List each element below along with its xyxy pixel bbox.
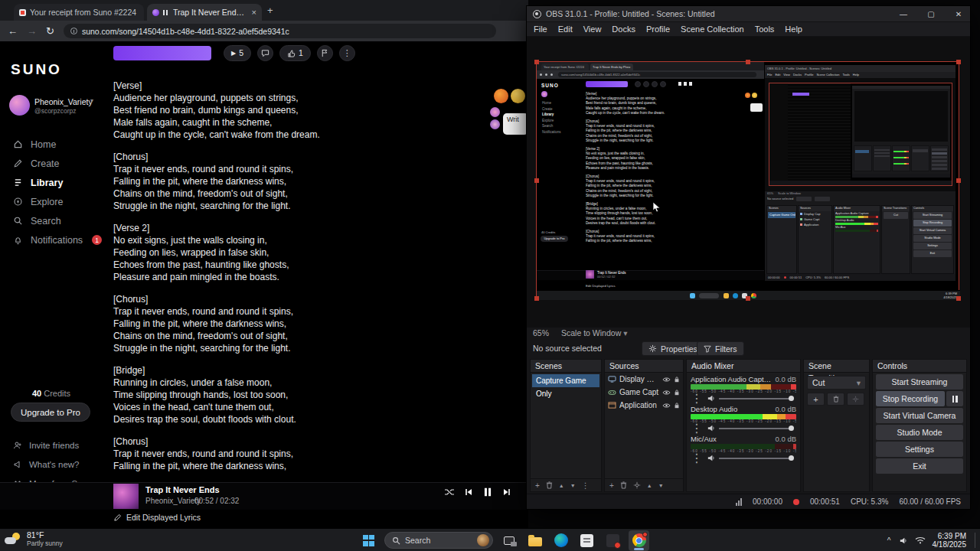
site-info-icon[interactable] bbox=[70, 28, 77, 34]
remove-transition-button[interactable] bbox=[827, 393, 844, 406]
source-handle[interactable] bbox=[534, 296, 539, 301]
more-options-button[interactable]: ⋮ bbox=[339, 45, 355, 61]
player-song-title[interactable]: Trap It Never Ends bbox=[145, 485, 220, 494]
volume-slider[interactable] bbox=[719, 398, 793, 399]
menu-profile[interactable]: Profile bbox=[641, 22, 675, 37]
transition-properties-button[interactable] bbox=[847, 393, 864, 406]
remove-source-icon[interactable] bbox=[620, 481, 627, 489]
wifi-icon[interactable] bbox=[915, 536, 926, 544]
new-tab-button[interactable]: + bbox=[267, 5, 273, 16]
menu-help[interactable]: Help bbox=[779, 22, 808, 37]
reload-icon[interactable]: ↻ bbox=[46, 26, 54, 36]
minimize-button[interactable]: — bbox=[892, 6, 915, 22]
sidebar-item-search[interactable]: Search bbox=[0, 211, 107, 230]
source-handle[interactable] bbox=[534, 178, 539, 183]
scenes-more-icon[interactable]: ⋮ bbox=[582, 481, 590, 490]
start-button[interactable] bbox=[358, 530, 379, 551]
album-art[interactable] bbox=[113, 484, 139, 509]
transition-dropdown[interactable]: Cut▾ bbox=[807, 376, 866, 390]
capture-source-canvas[interactable]: Your receipt from Suno #2224 Trap It Nev… bbox=[536, 61, 959, 299]
chrome-button[interactable] bbox=[629, 530, 649, 551]
upgrade-to-pro-button[interactable]: Upgrade to Pro bbox=[11, 403, 90, 422]
eye-icon[interactable] bbox=[662, 390, 671, 396]
flag-button[interactable] bbox=[317, 45, 333, 61]
speaker-icon[interactable] bbox=[707, 454, 715, 462]
start-streaming-button[interactable]: Start Streaming bbox=[876, 374, 963, 390]
lock-icon[interactable] bbox=[674, 402, 680, 409]
speaker-icon[interactable] bbox=[707, 424, 715, 432]
source-handle[interactable] bbox=[956, 60, 961, 64]
eye-icon[interactable] bbox=[662, 377, 671, 383]
tab-close-icon[interactable]: × bbox=[252, 8, 256, 17]
invite-friends-link[interactable]: Invite friends bbox=[0, 435, 107, 455]
stop-recording-button[interactable]: Stop Recording bbox=[876, 391, 945, 406]
source-properties-gear-icon[interactable] bbox=[633, 481, 641, 489]
lock-icon[interactable] bbox=[674, 376, 680, 383]
add-source-button[interactable]: + bbox=[609, 481, 614, 490]
source-handle[interactable] bbox=[956, 178, 961, 183]
menu-tools[interactable]: Tools bbox=[750, 22, 780, 37]
source-handle[interactable] bbox=[956, 296, 961, 301]
notification-app-button[interactable] bbox=[603, 530, 623, 551]
lock-icon[interactable] bbox=[674, 389, 680, 396]
source-handle[interactable] bbox=[746, 60, 750, 64]
scale-mode-dropdown[interactable]: Scale to Window ▾ bbox=[561, 328, 627, 337]
fire-emoji-icon[interactable] bbox=[494, 89, 508, 103]
comment-card[interactable]: Writ bbox=[503, 113, 528, 135]
whats-new-link[interactable]: What's new? bbox=[0, 455, 107, 474]
source-row-display-capture[interactable]: Display Cap bbox=[605, 373, 683, 386]
channel-menu-icon[interactable]: ⋮ bbox=[691, 451, 703, 465]
scenes-panel-title[interactable]: Scenes bbox=[531, 360, 601, 373]
source-handle[interactable] bbox=[534, 60, 539, 64]
tray-speaker-icon[interactable] bbox=[898, 536, 908, 545]
task-view-button[interactable] bbox=[498, 530, 519, 551]
exit-button[interactable]: Exit bbox=[876, 458, 963, 474]
add-transition-button[interactable]: + bbox=[807, 393, 825, 406]
next-track-icon[interactable] bbox=[502, 487, 511, 497]
now-playing-highlight[interactable] bbox=[113, 46, 211, 60]
studio-mode-button[interactable]: Studio Mode bbox=[876, 425, 963, 440]
browser-tab-song[interactable]: Trap It Never Ends by Pheo × bbox=[147, 4, 262, 21]
user-name[interactable]: Pheonix_Variety bbox=[34, 97, 93, 106]
user-avatar[interactable] bbox=[9, 95, 30, 116]
tray-expand-icon[interactable]: ^ bbox=[887, 536, 891, 545]
channel-menu-icon[interactable]: ⋮ bbox=[691, 421, 703, 435]
maximize-button[interactable]: ▢ bbox=[920, 6, 942, 22]
settings-button[interactable]: Settings bbox=[876, 442, 963, 457]
sidebar-item-home[interactable]: Home bbox=[0, 135, 107, 154]
transitions-panel-title[interactable]: Scene Transitions bbox=[804, 360, 869, 373]
taskbar-search[interactable]: Search bbox=[384, 532, 493, 549]
properties-button[interactable]: Properties bbox=[642, 341, 704, 356]
weather-widget[interactable]: 81°F Partly sunny bbox=[5, 530, 63, 547]
pause-icon[interactable] bbox=[482, 487, 493, 497]
browser-tab-receipt[interactable]: Your receipt from Suno #2224 bbox=[14, 4, 144, 21]
user-menu-caret-icon[interactable]: ▾ bbox=[90, 97, 93, 104]
sidebar-item-explore[interactable]: Explore bbox=[0, 192, 107, 211]
scene-item-capture-game-only[interactable]: Capture Game Only bbox=[532, 374, 599, 387]
tab-audio-playing-icon[interactable] bbox=[163, 9, 169, 15]
menu-view[interactable]: View bbox=[578, 22, 607, 37]
remove-scene-icon[interactable] bbox=[546, 481, 553, 489]
channel-menu-icon[interactable]: ⋮ bbox=[691, 391, 703, 406]
forward-icon[interactable]: → bbox=[27, 26, 37, 36]
move-scene-up-icon[interactable]: ▲ bbox=[559, 483, 564, 488]
store-app-button[interactable] bbox=[577, 530, 597, 551]
filters-button[interactable]: Filters bbox=[697, 341, 744, 356]
shuffle-icon[interactable] bbox=[444, 488, 455, 496]
suno-logo[interactable]: SUNO bbox=[11, 61, 62, 78]
player-artist[interactable]: Pheonix_Variety bbox=[145, 497, 201, 505]
menu-scene-collection[interactable]: Scene Collection bbox=[675, 22, 750, 37]
sources-panel-title[interactable]: Sources bbox=[605, 360, 683, 373]
address-bar[interactable]: suno.com/song/14504d1b-c48e-4dd1-8322-a0… bbox=[64, 24, 496, 38]
move-source-up-icon[interactable]: ▲ bbox=[647, 483, 652, 488]
close-button[interactable]: ✕ bbox=[947, 6, 970, 22]
speaker-icon[interactable] bbox=[707, 394, 715, 403]
volume-slider[interactable] bbox=[719, 458, 793, 459]
menu-docks[interactable]: Docks bbox=[606, 22, 641, 37]
source-row-game-capture[interactable]: Game Capt bbox=[605, 386, 683, 399]
file-explorer-button[interactable] bbox=[524, 530, 545, 551]
edit-displayed-lyrics-button[interactable]: Edit Displayed Lyrics bbox=[113, 513, 201, 522]
praise-emoji-icon[interactable] bbox=[511, 89, 525, 103]
comment-button[interactable] bbox=[257, 45, 273, 61]
mixer-panel-title[interactable]: Audio Mixer bbox=[687, 360, 800, 373]
